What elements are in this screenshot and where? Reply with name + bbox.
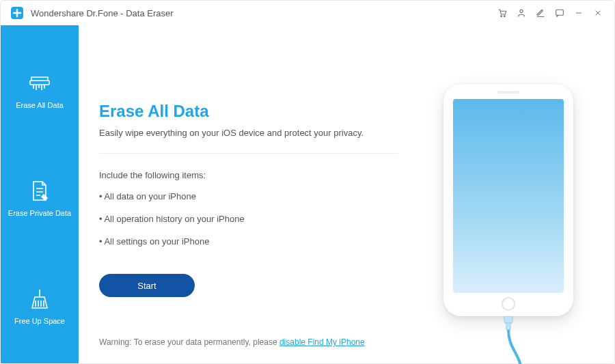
broom-icon bbox=[26, 285, 53, 313]
phone-speaker bbox=[497, 91, 519, 94]
minimize-icon[interactable] bbox=[569, 3, 588, 23]
main-content: Erase All Data Easily wipe everything on… bbox=[79, 25, 614, 363]
feedback-icon[interactable] bbox=[550, 3, 569, 23]
sidebar: Erase All Data Erase Private Data bbox=[1, 25, 79, 363]
sidebar-item-label: Erase Private Data bbox=[8, 209, 71, 217]
svg-point-2 bbox=[504, 16, 505, 17]
sidebar-item-free-space[interactable]: Free Up Space bbox=[1, 279, 79, 333]
divider bbox=[99, 153, 398, 154]
svg-point-3 bbox=[520, 10, 523, 12]
document-edit-icon bbox=[26, 178, 53, 205]
title-bar: Wondershare Dr.Fone - Data Eraser bbox=[1, 1, 614, 25]
window-title: Wondershare Dr.Fone - Data Eraser bbox=[31, 8, 174, 18]
disable-find-my-iphone-link[interactable]: disable Find My iPhone bbox=[279, 337, 365, 347]
cart-icon[interactable] bbox=[493, 3, 512, 23]
app-window: Wondershare Dr.Fone - Data Eraser bbox=[0, 0, 615, 364]
start-button[interactable]: Start bbox=[99, 274, 195, 297]
sidebar-item-erase-all[interactable]: Erase All Data bbox=[1, 63, 79, 117]
edit-icon[interactable] bbox=[531, 3, 550, 23]
phone-cable bbox=[495, 316, 522, 364]
svg-point-1 bbox=[501, 16, 502, 17]
phone-illustration bbox=[443, 84, 573, 316]
sidebar-item-erase-private[interactable]: Erase Private Data bbox=[1, 171, 79, 225]
svg-rect-6 bbox=[504, 316, 512, 323]
phone-screen bbox=[453, 99, 564, 293]
warning-text: Warning: To erase your data permanently,… bbox=[99, 337, 365, 347]
svg-rect-5 bbox=[30, 81, 49, 85]
warning-prefix: Warning: To erase your data permanently,… bbox=[99, 337, 279, 347]
close-icon[interactable] bbox=[588, 3, 607, 23]
phone-body bbox=[443, 84, 573, 316]
sidebar-item-label: Erase All Data bbox=[16, 101, 64, 109]
app-logo-icon bbox=[10, 6, 24, 20]
svg-rect-7 bbox=[506, 323, 510, 330]
shredder-icon bbox=[26, 70, 53, 97]
app-body: Erase All Data Erase Private Data bbox=[1, 25, 614, 363]
account-icon[interactable] bbox=[512, 3, 531, 23]
sidebar-item-label: Free Up Space bbox=[14, 317, 65, 325]
svg-rect-4 bbox=[556, 10, 564, 15]
phone-home-button bbox=[502, 297, 515, 311]
